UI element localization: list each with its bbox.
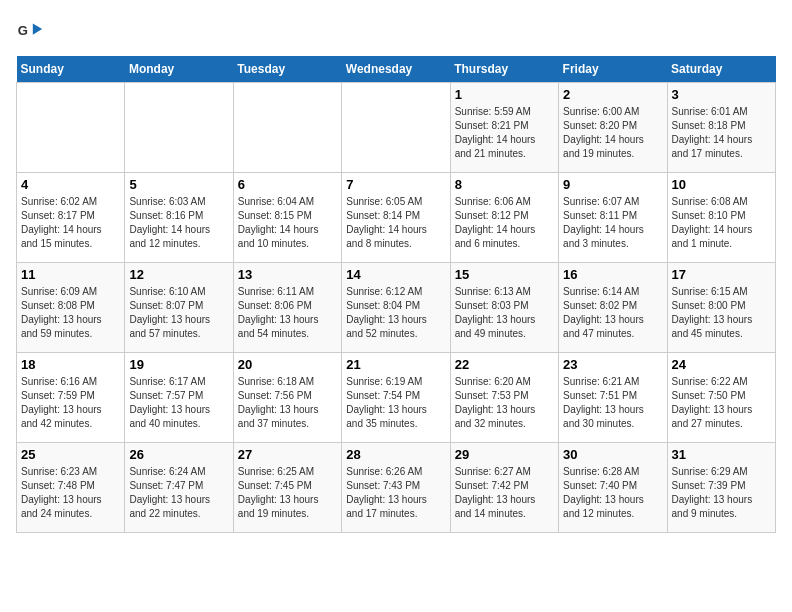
- day-info: Sunrise: 6:13 AM Sunset: 8:03 PM Dayligh…: [455, 285, 554, 341]
- calendar-cell: 22Sunrise: 6:20 AM Sunset: 7:53 PM Dayli…: [450, 353, 558, 443]
- calendar-cell: 26Sunrise: 6:24 AM Sunset: 7:47 PM Dayli…: [125, 443, 233, 533]
- day-info: Sunrise: 6:00 AM Sunset: 8:20 PM Dayligh…: [563, 105, 662, 161]
- day-number: 11: [21, 267, 120, 282]
- page-header: G: [16, 16, 776, 44]
- calendar-cell: 13Sunrise: 6:11 AM Sunset: 8:06 PM Dayli…: [233, 263, 341, 353]
- day-info: Sunrise: 6:01 AM Sunset: 8:18 PM Dayligh…: [672, 105, 771, 161]
- day-info: Sunrise: 6:06 AM Sunset: 8:12 PM Dayligh…: [455, 195, 554, 251]
- calendar-cell: 24Sunrise: 6:22 AM Sunset: 7:50 PM Dayli…: [667, 353, 775, 443]
- calendar-cell: 3Sunrise: 6:01 AM Sunset: 8:18 PM Daylig…: [667, 83, 775, 173]
- day-number: 25: [21, 447, 120, 462]
- day-number: 27: [238, 447, 337, 462]
- calendar-week-row: 18Sunrise: 6:16 AM Sunset: 7:59 PM Dayli…: [17, 353, 776, 443]
- day-number: 14: [346, 267, 445, 282]
- day-of-week-header: Wednesday: [342, 56, 450, 83]
- day-of-week-header: Sunday: [17, 56, 125, 83]
- calendar-cell: 10Sunrise: 6:08 AM Sunset: 8:10 PM Dayli…: [667, 173, 775, 263]
- calendar-cell: 31Sunrise: 6:29 AM Sunset: 7:39 PM Dayli…: [667, 443, 775, 533]
- day-number: 16: [563, 267, 662, 282]
- day-info: Sunrise: 6:22 AM Sunset: 7:50 PM Dayligh…: [672, 375, 771, 431]
- day-number: 4: [21, 177, 120, 192]
- calendar-cell: 15Sunrise: 6:13 AM Sunset: 8:03 PM Dayli…: [450, 263, 558, 353]
- calendar-cell: 18Sunrise: 6:16 AM Sunset: 7:59 PM Dayli…: [17, 353, 125, 443]
- day-number: 7: [346, 177, 445, 192]
- day-number: 2: [563, 87, 662, 102]
- day-info: Sunrise: 6:16 AM Sunset: 7:59 PM Dayligh…: [21, 375, 120, 431]
- calendar-cell: 4Sunrise: 6:02 AM Sunset: 8:17 PM Daylig…: [17, 173, 125, 263]
- calendar-cell: 23Sunrise: 6:21 AM Sunset: 7:51 PM Dayli…: [559, 353, 667, 443]
- day-info: Sunrise: 6:21 AM Sunset: 7:51 PM Dayligh…: [563, 375, 662, 431]
- svg-text:G: G: [18, 23, 28, 38]
- calendar-cell: 1Sunrise: 5:59 AM Sunset: 8:21 PM Daylig…: [450, 83, 558, 173]
- day-info: Sunrise: 6:28 AM Sunset: 7:40 PM Dayligh…: [563, 465, 662, 521]
- day-info: Sunrise: 6:15 AM Sunset: 8:00 PM Dayligh…: [672, 285, 771, 341]
- day-info: Sunrise: 6:18 AM Sunset: 7:56 PM Dayligh…: [238, 375, 337, 431]
- calendar-header: SundayMondayTuesdayWednesdayThursdayFrid…: [17, 56, 776, 83]
- calendar-cell: 6Sunrise: 6:04 AM Sunset: 8:15 PM Daylig…: [233, 173, 341, 263]
- calendar-cell: 21Sunrise: 6:19 AM Sunset: 7:54 PM Dayli…: [342, 353, 450, 443]
- day-number: 31: [672, 447, 771, 462]
- calendar-cell: 17Sunrise: 6:15 AM Sunset: 8:00 PM Dayli…: [667, 263, 775, 353]
- calendar-week-row: 1Sunrise: 5:59 AM Sunset: 8:21 PM Daylig…: [17, 83, 776, 173]
- calendar-cell: 11Sunrise: 6:09 AM Sunset: 8:08 PM Dayli…: [17, 263, 125, 353]
- day-number: 3: [672, 87, 771, 102]
- day-number: 5: [129, 177, 228, 192]
- calendar-cell: 7Sunrise: 6:05 AM Sunset: 8:14 PM Daylig…: [342, 173, 450, 263]
- day-info: Sunrise: 6:25 AM Sunset: 7:45 PM Dayligh…: [238, 465, 337, 521]
- day-of-week-header: Monday: [125, 56, 233, 83]
- day-info: Sunrise: 6:05 AM Sunset: 8:14 PM Dayligh…: [346, 195, 445, 251]
- logo: G: [16, 16, 48, 44]
- calendar-cell: 27Sunrise: 6:25 AM Sunset: 7:45 PM Dayli…: [233, 443, 341, 533]
- calendar-week-row: 11Sunrise: 6:09 AM Sunset: 8:08 PM Dayli…: [17, 263, 776, 353]
- calendar-cell: 16Sunrise: 6:14 AM Sunset: 8:02 PM Dayli…: [559, 263, 667, 353]
- day-info: Sunrise: 6:12 AM Sunset: 8:04 PM Dayligh…: [346, 285, 445, 341]
- day-number: 18: [21, 357, 120, 372]
- day-number: 28: [346, 447, 445, 462]
- calendar-cell: [342, 83, 450, 173]
- calendar-week-row: 25Sunrise: 6:23 AM Sunset: 7:48 PM Dayli…: [17, 443, 776, 533]
- day-number: 12: [129, 267, 228, 282]
- day-number: 10: [672, 177, 771, 192]
- calendar-cell: 25Sunrise: 6:23 AM Sunset: 7:48 PM Dayli…: [17, 443, 125, 533]
- calendar-cell: 28Sunrise: 6:26 AM Sunset: 7:43 PM Dayli…: [342, 443, 450, 533]
- day-info: Sunrise: 6:14 AM Sunset: 8:02 PM Dayligh…: [563, 285, 662, 341]
- day-number: 21: [346, 357, 445, 372]
- day-info: Sunrise: 6:09 AM Sunset: 8:08 PM Dayligh…: [21, 285, 120, 341]
- calendar-cell: 5Sunrise: 6:03 AM Sunset: 8:16 PM Daylig…: [125, 173, 233, 263]
- day-info: Sunrise: 6:23 AM Sunset: 7:48 PM Dayligh…: [21, 465, 120, 521]
- calendar-cell: 2Sunrise: 6:00 AM Sunset: 8:20 PM Daylig…: [559, 83, 667, 173]
- day-info: Sunrise: 6:04 AM Sunset: 8:15 PM Dayligh…: [238, 195, 337, 251]
- day-info: Sunrise: 6:07 AM Sunset: 8:11 PM Dayligh…: [563, 195, 662, 251]
- logo-icon: G: [16, 16, 44, 44]
- day-info: Sunrise: 5:59 AM Sunset: 8:21 PM Dayligh…: [455, 105, 554, 161]
- day-info: Sunrise: 6:27 AM Sunset: 7:42 PM Dayligh…: [455, 465, 554, 521]
- calendar-cell: 29Sunrise: 6:27 AM Sunset: 7:42 PM Dayli…: [450, 443, 558, 533]
- day-number: 29: [455, 447, 554, 462]
- calendar-cell: 14Sunrise: 6:12 AM Sunset: 8:04 PM Dayli…: [342, 263, 450, 353]
- day-of-week-header: Thursday: [450, 56, 558, 83]
- day-of-week-header: Saturday: [667, 56, 775, 83]
- day-number: 8: [455, 177, 554, 192]
- day-info: Sunrise: 6:17 AM Sunset: 7:57 PM Dayligh…: [129, 375, 228, 431]
- calendar-week-row: 4Sunrise: 6:02 AM Sunset: 8:17 PM Daylig…: [17, 173, 776, 263]
- day-info: Sunrise: 6:03 AM Sunset: 8:16 PM Dayligh…: [129, 195, 228, 251]
- day-info: Sunrise: 6:26 AM Sunset: 7:43 PM Dayligh…: [346, 465, 445, 521]
- calendar-table: SundayMondayTuesdayWednesdayThursdayFrid…: [16, 56, 776, 533]
- day-number: 6: [238, 177, 337, 192]
- calendar-cell: 12Sunrise: 6:10 AM Sunset: 8:07 PM Dayli…: [125, 263, 233, 353]
- day-info: Sunrise: 6:24 AM Sunset: 7:47 PM Dayligh…: [129, 465, 228, 521]
- calendar-cell: [125, 83, 233, 173]
- day-number: 19: [129, 357, 228, 372]
- day-info: Sunrise: 6:20 AM Sunset: 7:53 PM Dayligh…: [455, 375, 554, 431]
- calendar-cell: 8Sunrise: 6:06 AM Sunset: 8:12 PM Daylig…: [450, 173, 558, 263]
- day-number: 26: [129, 447, 228, 462]
- day-number: 9: [563, 177, 662, 192]
- day-info: Sunrise: 6:11 AM Sunset: 8:06 PM Dayligh…: [238, 285, 337, 341]
- calendar-cell: [17, 83, 125, 173]
- day-number: 17: [672, 267, 771, 282]
- day-info: Sunrise: 6:02 AM Sunset: 8:17 PM Dayligh…: [21, 195, 120, 251]
- day-info: Sunrise: 6:29 AM Sunset: 7:39 PM Dayligh…: [672, 465, 771, 521]
- day-info: Sunrise: 6:19 AM Sunset: 7:54 PM Dayligh…: [346, 375, 445, 431]
- day-of-week-header: Tuesday: [233, 56, 341, 83]
- day-number: 22: [455, 357, 554, 372]
